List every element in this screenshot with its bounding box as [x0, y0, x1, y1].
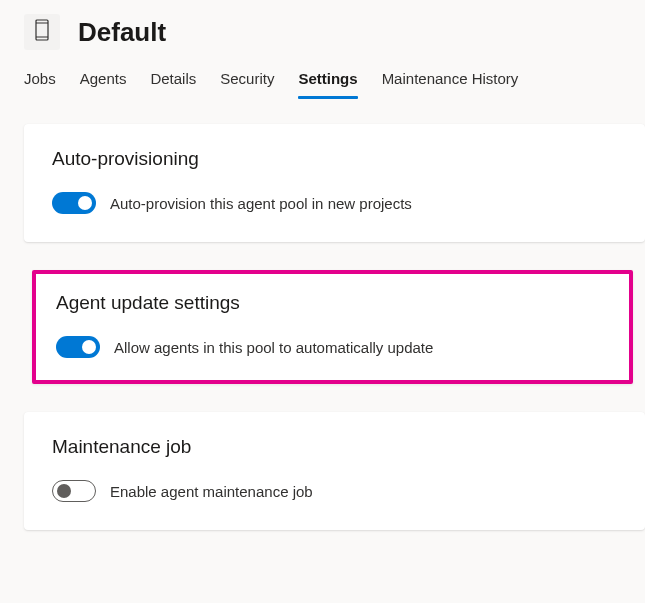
maintenance-job-card: Maintenance job Enable agent maintenance…: [24, 412, 645, 530]
toggle-knob-icon: [57, 484, 71, 498]
tab-security[interactable]: Security: [220, 64, 274, 99]
tab-jobs[interactable]: Jobs: [24, 64, 56, 99]
auto-provisioning-toggle[interactable]: [52, 192, 96, 214]
tab-settings[interactable]: Settings: [298, 64, 357, 99]
pool-icon-container: [24, 14, 60, 50]
tab-agents[interactable]: Agents: [80, 64, 127, 99]
page-title: Default: [78, 17, 166, 48]
toggle-knob-icon: [78, 196, 92, 210]
agent-update-card: Agent update settings Allow agents in th…: [32, 270, 633, 384]
maintenance-job-toggle[interactable]: [52, 480, 96, 502]
maintenance-job-toggle-label: Enable agent maintenance job: [110, 483, 313, 500]
maintenance-job-toggle-row: Enable agent maintenance job: [52, 480, 617, 502]
agent-update-toggle-row: Allow agents in this pool to automatical…: [56, 336, 605, 358]
page-header: Default: [0, 0, 645, 64]
settings-content: Auto-provisioning Auto-provision this ag…: [0, 100, 645, 530]
device-icon: [35, 19, 49, 45]
tab-bar: Jobs Agents Details Security Settings Ma…: [0, 64, 645, 100]
agent-update-toggle[interactable]: [56, 336, 100, 358]
auto-provisioning-toggle-label: Auto-provision this agent pool in new pr…: [110, 195, 412, 212]
agent-update-title: Agent update settings: [56, 292, 605, 314]
tab-maintenance-history[interactable]: Maintenance History: [382, 64, 519, 99]
auto-provisioning-card: Auto-provisioning Auto-provision this ag…: [24, 124, 645, 242]
agent-update-toggle-label: Allow agents in this pool to automatical…: [114, 339, 433, 356]
tab-details[interactable]: Details: [150, 64, 196, 99]
auto-provisioning-toggle-row: Auto-provision this agent pool in new pr…: [52, 192, 617, 214]
toggle-knob-icon: [82, 340, 96, 354]
maintenance-job-title: Maintenance job: [52, 436, 617, 458]
auto-provisioning-title: Auto-provisioning: [52, 148, 617, 170]
